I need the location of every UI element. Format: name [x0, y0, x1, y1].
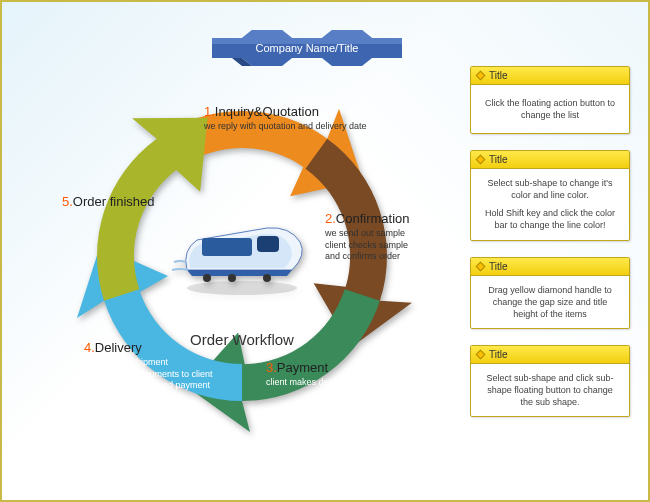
step-number: 2. [325, 211, 336, 226]
step-title: Order finished [73, 194, 155, 209]
card-body: Drag yellow diamond handle to change the… [471, 276, 629, 328]
diamond-icon [476, 155, 486, 165]
step-title: Inquiry&Quotation [215, 104, 319, 119]
card-header: Title [471, 151, 629, 169]
step-title: Payment [277, 360, 328, 375]
card-body: Click the floating action button to chan… [471, 85, 629, 133]
card-body: Select sub-shape and click sub-shape flo… [471, 364, 629, 416]
info-card[interactable]: Title Drag yellow diamond handle to chan… [470, 257, 630, 329]
card-text: Drag yellow diamond handle to change the… [481, 284, 619, 320]
title-banner: Company Name/Title [212, 30, 402, 68]
step-desc: we arrange shipmentwe send out documents… [84, 357, 254, 391]
step-number: 3. [266, 360, 277, 375]
step-desc: we reply with quotation and delivery dat… [204, 121, 394, 132]
info-cards: Title Click the floating action button t… [470, 66, 630, 417]
step-title: Delivery [95, 340, 142, 355]
card-body: Select sub-shape to change it's color an… [471, 169, 629, 240]
diamond-icon [476, 71, 486, 81]
step-3: 3.Payment client makes deposit [266, 360, 406, 389]
info-card[interactable]: Title Select sub-shape to change it's co… [470, 150, 630, 241]
card-title: Title [489, 70, 508, 81]
step-1: 1.Inquiry&Quotation we reply with quotat… [204, 104, 394, 133]
card-text: Select sub-shape to change it's color an… [481, 177, 619, 201]
card-text: Hold Shift key and click the color bar t… [481, 207, 619, 231]
info-card[interactable]: Title Select sub-shape and click sub-sha… [470, 345, 630, 417]
banner-label: Company Name/Title [212, 42, 402, 54]
step-2: 2.Confirmation we send out sampleclient … [325, 211, 465, 262]
cycle-diagram: Order Workflow 1.Inquiry&Quotation we re… [62, 76, 422, 436]
card-title: Title [489, 349, 508, 360]
step-number: 1. [204, 104, 215, 119]
card-text: Click the floating action button to chan… [481, 97, 619, 121]
card-header: Title [471, 67, 629, 85]
card-header: Title [471, 346, 629, 364]
step-4: 4.Delivery we arrange shipmentwe send ou… [84, 340, 254, 391]
step-desc: we send out sampleclient checks samplean… [325, 228, 465, 262]
diamond-icon [476, 350, 486, 360]
diamond-icon [476, 261, 486, 271]
step-number: 4. [84, 340, 95, 355]
step-number: 5. [62, 194, 73, 209]
info-card[interactable]: Title Click the floating action button t… [470, 66, 630, 134]
step-5: 5.Order finished [62, 194, 182, 210]
step-desc: client makes deposit [266, 377, 406, 388]
step-title: Confirmation [336, 211, 410, 226]
card-title: Title [489, 154, 508, 165]
card-text: Select sub-shape and click sub-shape flo… [481, 372, 619, 408]
card-title: Title [489, 261, 508, 272]
card-header: Title [471, 258, 629, 276]
